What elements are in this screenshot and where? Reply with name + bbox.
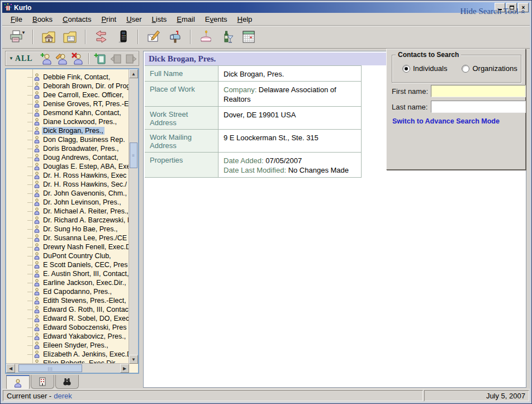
detail-row-label: Work Street Address — [145, 107, 218, 129]
toolbar-separator — [88, 53, 89, 64]
radio-organizations[interactable]: Organizations — [462, 64, 517, 73]
contact-item[interactable]: Dr. John Gavenonis, Chm., — [6, 189, 129, 198]
scroll-down-button[interactable]: ▼ — [129, 355, 138, 364]
menu-user[interactable]: User — [121, 14, 146, 25]
hide-search-tool-link[interactable]: Hide Search Tool « — [460, 7, 525, 16]
person-icon — [34, 243, 40, 251]
contact-item[interactable]: Denise Groves, RT, Pres.-E — [6, 99, 129, 108]
contact-item[interactable]: E. Austin Short, III, Contact, — [6, 269, 129, 278]
contact-item[interactable]: Don Clagg, Business Rep. — [6, 135, 129, 144]
first-name-input[interactable] — [431, 85, 526, 97]
contact-item[interactable]: Diane Lockwood, Pres., — [6, 117, 129, 126]
contact-name: E. Austin Short, III, Contact, — [42, 270, 129, 278]
horizontal-scroll-thumb[interactable]: ||| — [18, 364, 82, 372]
add-book-icon[interactable] — [93, 52, 107, 65]
contact-item[interactable]: Doug Andrews, Contact, — [6, 153, 129, 162]
radio-label: Individuals — [413, 64, 447, 73]
contact-item[interactable]: Edward R. Sobel, DO, Exec — [6, 314, 129, 323]
search-tab[interactable] — [55, 375, 79, 389]
contact-item[interactable]: Ed Capodanno, Pres., — [6, 287, 129, 296]
printer-dropdown-arrow-icon[interactable]: ▼ — [21, 28, 26, 35]
menu-books[interactable]: Books — [27, 14, 58, 25]
work-book-icon[interactable] — [60, 28, 79, 46]
menu-help[interactable]: Help — [232, 14, 258, 25]
contact-item[interactable]: Doris Broadwater, Pres., — [6, 144, 129, 153]
contact-item[interactable]: Dr. Sung Ho Bae, Pres., — [6, 225, 129, 234]
organizations-tab[interactable] — [31, 375, 54, 389]
sync-icon[interactable] — [92, 28, 111, 46]
menu-events[interactable]: Events — [200, 14, 232, 25]
contact-name: Ed Capodanno, Pres., — [42, 288, 113, 296]
drinks-icon[interactable] — [218, 28, 237, 46]
contact-item[interactable]: DuPont Country Club, — [6, 251, 129, 260]
book-filter-dropdown[interactable]: ▼ ALL — [9, 54, 33, 63]
contact-item[interactable]: Douglas E. Estep, ABA, Exe — [6, 162, 129, 171]
person-icon — [34, 270, 40, 278]
add-contact-icon[interactable] — [39, 52, 54, 65]
detail-row-value: Dover, DE 19901 USA — [218, 107, 362, 129]
contact-item[interactable]: Dr. H. Ross Hawkins, Sec./ — [6, 180, 129, 189]
contact-item[interactable]: Dick Brogan, Pres., — [6, 126, 129, 135]
contact-item[interactable]: Eileen Snyder, Pres., — [6, 341, 129, 350]
edit-contact-icon[interactable] — [55, 52, 69, 65]
menu-bar: FileBooksContactsPrintUserListsEmailEven… — [2, 13, 530, 26]
tab-person-icon — [13, 378, 23, 388]
advanced-search-link[interactable]: Switch to Advance Search Mode — [392, 117, 500, 125]
contact-name: Dr. H. Ross Hawkins, Sec./ — [42, 180, 128, 188]
last-name-input[interactable] — [431, 101, 526, 113]
vertical-scrollbar[interactable]: ▲ ≡ ▼ — [129, 69, 138, 364]
person-icon — [34, 163, 40, 170]
menu-email[interactable]: Email — [172, 14, 200, 25]
printer-icon[interactable]: ▼ — [8, 28, 27, 46]
detail-row: Work Street AddressDover, DE 19901 USA — [145, 107, 362, 130]
mailbox-icon[interactable] — [165, 28, 184, 46]
menu-file[interactable]: File — [6, 14, 27, 25]
contact-item[interactable]: Dr. H. Ross Hawkins, Exec — [6, 171, 129, 180]
vertical-scroll-thumb[interactable]: ≡ — [130, 142, 137, 168]
contact-item[interactable]: Earline Jackson, Exec.Dir., — [6, 278, 129, 287]
tree-connector — [27, 104, 33, 104]
contact-item[interactable]: Edward Soboczenski, Pres — [6, 323, 129, 332]
contact-item[interactable]: Dee Carroll, Exec. Officer, — [6, 91, 129, 99]
menu-print[interactable]: Print — [96, 14, 121, 25]
contact-item[interactable]: Debbie Fink, Contact, — [6, 73, 129, 82]
contact-item[interactable]: Dr. Michael A. Reiter, Pres., — [6, 207, 129, 216]
compose-mail-icon[interactable] — [144, 28, 163, 46]
contact-item[interactable]: Edith Stevens, Pres.-Elect, — [6, 296, 129, 305]
book-filter-value: ALL — [15, 54, 33, 63]
contact-item[interactable]: Edward G. Roth, III, Contact — [6, 305, 129, 314]
menu-lists[interactable]: Lists — [147, 14, 172, 25]
horizontal-scrollbar[interactable]: ◀ ||| ▶ — [6, 363, 129, 373]
delete-contact-icon[interactable] — [70, 52, 85, 65]
person-icon — [34, 91, 40, 99]
calendar-icon[interactable] — [239, 28, 258, 46]
title-bar[interactable]: Kurlo × — [2, 2, 530, 13]
contact-item[interactable]: Edward Yakabovicz, Pres., — [6, 332, 129, 341]
tree-connector — [27, 292, 33, 292]
app-window: Kurlo × FileBooksContactsPrintUserListsE… — [0, 0, 532, 404]
toolbar-separator — [137, 30, 139, 44]
contact-item[interactable]: Dr. Richard A. Barczewski, I — [6, 216, 129, 225]
birthday-cake-icon[interactable] — [197, 28, 216, 46]
contact-item[interactable]: Dr. John Levinson, Pres., — [6, 198, 129, 207]
radio-individuals[interactable]: Individuals — [402, 64, 447, 73]
scroll-right-button[interactable]: ▶ — [120, 364, 129, 373]
home-book-icon[interactable] — [39, 28, 58, 46]
contact-item[interactable]: Deborah Brown, Dir. of Prog — [6, 82, 129, 91]
tree-connector — [27, 220, 33, 221]
tree-connector — [27, 283, 33, 283]
phone-icon[interactable] — [113, 28, 132, 46]
scroll-left-button[interactable]: ◀ — [6, 364, 15, 373]
tree-connector — [27, 229, 33, 230]
scroll-up-button[interactable]: ▲ — [129, 69, 138, 78]
tree-connector — [27, 140, 33, 140]
contact-item[interactable]: Elizabeth A. Jenkins, Exec.D — [6, 350, 129, 359]
contact-item[interactable]: E Scott Daniels, CEC, Pres — [6, 260, 129, 269]
contact-item[interactable]: Desmond Kahn, Contact, — [6, 108, 129, 117]
menu-contacts[interactable]: Contacts — [58, 14, 96, 25]
contact-name: Dr. Michael A. Reiter, Pres., — [42, 207, 129, 215]
contact-name: Debbie Fink, Contact, — [42, 73, 111, 81]
contact-item[interactable]: Dr. Susanna Lee, Pres./CE — [6, 234, 129, 243]
person-icon — [34, 109, 40, 117]
contact-item[interactable]: Drewry Nash Fenell, Exec.D — [6, 243, 129, 251]
